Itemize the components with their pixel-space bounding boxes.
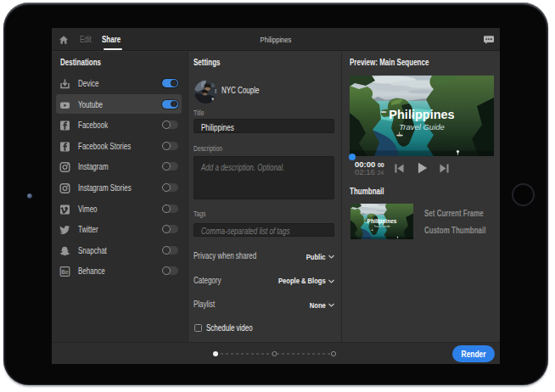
svg-text:Travel Guide: Travel Guide: [373, 225, 390, 228]
svg-text:Philippines: Philippines: [389, 108, 454, 121]
svg-text:Be: Be: [61, 269, 69, 275]
svg-text:Travel Guide: Travel Guide: [399, 122, 445, 132]
svg-text:Philippines: Philippines: [367, 218, 397, 225]
